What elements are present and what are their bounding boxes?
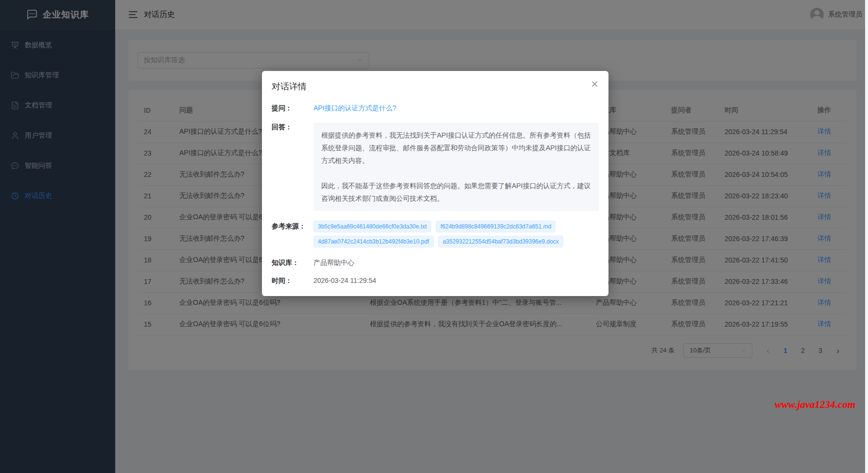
question-link[interactable]: API接口的认证方式是什么? [313,104,599,113]
watermark: www.java1234.com [775,399,855,411]
source-file-chip[interactable]: 3b5c9e5aa69c461480de66cf0e3da30e.txt [313,221,431,232]
answer-paragraph: 根据提供的参考资料，我无法找到关于API接口认证方式的任何信息。所有参考资料（包… [321,129,591,167]
answer-paragraph: 因此，我不能基于这些参考资料回答您的问题。如果您需要了解API接口的认证方式，建… [321,179,591,205]
sources-label: 参考来源： [272,222,313,247]
time-value: 2026-03-24 11:29:54 [313,276,599,285]
question-field: 提问： API接口的认证方式是什么? [272,104,599,113]
source-file-chip[interactable]: 4d87ae0742c2414cb3b12b492f4b3e10.pdf [313,236,434,247]
answer-box: 根据提供的参考资料，我无法找到关于API接口认证方式的任何信息。所有参考资料（包… [313,123,599,211]
time-label: 时间： [272,276,313,285]
source-file-chip[interactable]: f624b9d898c849669139c2dc63d7a651.md [436,221,556,232]
source-file-chip[interactable]: a352932212554d54baf73d3bd39396e9.docx [438,236,563,247]
answer-field: 回答： 根据提供的参考资料，我无法找到关于API接口认证方式的任何信息。所有参考… [272,123,599,211]
dialog-detail-modal: 对话详情 × 提问： API接口的认证方式是什么? 回答： 根据提供的参考资料，… [262,71,608,296]
kb-value: 产品帮助中心 [313,258,599,267]
question-label: 提问： [272,104,313,113]
answer-label: 回答： [272,123,313,211]
source-list: 3b5c9e5aa69c461480de66cf0e3da30e.txt f62… [313,221,599,247]
scrollbar[interactable] [865,0,868,473]
close-icon[interactable]: × [590,79,599,88]
modal-title: 对话详情 [272,81,599,93]
sources-field: 参考来源： 3b5c9e5aa69c461480de66cf0e3da30e.t… [272,222,599,247]
kb-field: 知识库： 产品帮助中心 [272,258,599,267]
kb-label: 知识库： [272,258,313,267]
time-field: 时间： 2026-03-24 11:29:54 [272,276,599,285]
